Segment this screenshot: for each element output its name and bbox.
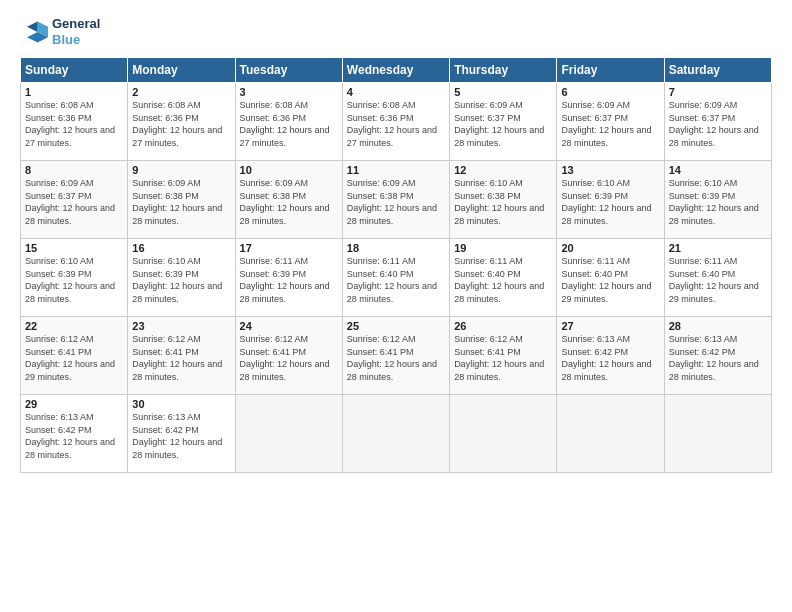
day-number: 7 [669, 86, 767, 98]
day-info: Sunrise: 6:11 AMSunset: 6:40 PMDaylight:… [454, 256, 544, 304]
calendar-cell: 11 Sunrise: 6:09 AMSunset: 6:38 PMDaylig… [342, 161, 449, 239]
day-info: Sunrise: 6:12 AMSunset: 6:41 PMDaylight:… [347, 334, 437, 382]
day-info: Sunrise: 6:13 AMSunset: 6:42 PMDaylight:… [25, 412, 115, 460]
calendar-cell: 10 Sunrise: 6:09 AMSunset: 6:38 PMDaylig… [235, 161, 342, 239]
day-number: 1 [25, 86, 123, 98]
calendar-cell: 2 Sunrise: 6:08 AMSunset: 6:36 PMDayligh… [128, 83, 235, 161]
day-info: Sunrise: 6:09 AMSunset: 6:38 PMDaylight:… [240, 178, 330, 226]
calendar-cell: 7 Sunrise: 6:09 AMSunset: 6:37 PMDayligh… [664, 83, 771, 161]
calendar-day-header: Thursday [450, 58, 557, 83]
calendar-day-header: Wednesday [342, 58, 449, 83]
day-number: 27 [561, 320, 659, 332]
header: General Blue [20, 16, 772, 47]
day-number: 5 [454, 86, 552, 98]
day-info: Sunrise: 6:09 AMSunset: 6:37 PMDaylight:… [561, 100, 651, 148]
day-number: 2 [132, 86, 230, 98]
calendar-cell: 8 Sunrise: 6:09 AMSunset: 6:37 PMDayligh… [21, 161, 128, 239]
day-number: 21 [669, 242, 767, 254]
calendar-cell: 23 Sunrise: 6:12 AMSunset: 6:41 PMDaylig… [128, 317, 235, 395]
day-number: 18 [347, 242, 445, 254]
calendar-day-header: Tuesday [235, 58, 342, 83]
calendar-cell: 18 Sunrise: 6:11 AMSunset: 6:40 PMDaylig… [342, 239, 449, 317]
calendar-cell: 5 Sunrise: 6:09 AMSunset: 6:37 PMDayligh… [450, 83, 557, 161]
day-number: 12 [454, 164, 552, 176]
calendar-cell: 21 Sunrise: 6:11 AMSunset: 6:40 PMDaylig… [664, 239, 771, 317]
calendar-day-header: Saturday [664, 58, 771, 83]
calendar-cell: 22 Sunrise: 6:12 AMSunset: 6:41 PMDaylig… [21, 317, 128, 395]
day-number: 28 [669, 320, 767, 332]
day-number: 6 [561, 86, 659, 98]
day-info: Sunrise: 6:10 AMSunset: 6:39 PMDaylight:… [561, 178, 651, 226]
calendar-cell: 4 Sunrise: 6:08 AMSunset: 6:36 PMDayligh… [342, 83, 449, 161]
day-number: 3 [240, 86, 338, 98]
calendar-cell: 29 Sunrise: 6:13 AMSunset: 6:42 PMDaylig… [21, 395, 128, 473]
day-info: Sunrise: 6:09 AMSunset: 6:38 PMDaylight:… [347, 178, 437, 226]
day-info: Sunrise: 6:08 AMSunset: 6:36 PMDaylight:… [132, 100, 222, 148]
calendar-cell: 30 Sunrise: 6:13 AMSunset: 6:42 PMDaylig… [128, 395, 235, 473]
calendar-day-header: Friday [557, 58, 664, 83]
day-info: Sunrise: 6:08 AMSunset: 6:36 PMDaylight:… [25, 100, 115, 148]
day-info: Sunrise: 6:12 AMSunset: 6:41 PMDaylight:… [25, 334, 115, 382]
day-info: Sunrise: 6:08 AMSunset: 6:36 PMDaylight:… [347, 100, 437, 148]
day-info: Sunrise: 6:11 AMSunset: 6:40 PMDaylight:… [561, 256, 651, 304]
calendar-cell: 14 Sunrise: 6:10 AMSunset: 6:39 PMDaylig… [664, 161, 771, 239]
calendar-week-row: 8 Sunrise: 6:09 AMSunset: 6:37 PMDayligh… [21, 161, 772, 239]
calendar-day-header: Sunday [21, 58, 128, 83]
day-number: 26 [454, 320, 552, 332]
day-number: 23 [132, 320, 230, 332]
calendar-header-row: SundayMondayTuesdayWednesdayThursdayFrid… [21, 58, 772, 83]
calendar-cell: 20 Sunrise: 6:11 AMSunset: 6:40 PMDaylig… [557, 239, 664, 317]
day-number: 30 [132, 398, 230, 410]
svg-marker-1 [27, 21, 38, 32]
day-number: 19 [454, 242, 552, 254]
day-number: 10 [240, 164, 338, 176]
day-info: Sunrise: 6:11 AMSunset: 6:40 PMDaylight:… [669, 256, 759, 304]
day-number: 4 [347, 86, 445, 98]
calendar: SundayMondayTuesdayWednesdayThursdayFrid… [20, 57, 772, 473]
calendar-cell: 17 Sunrise: 6:11 AMSunset: 6:39 PMDaylig… [235, 239, 342, 317]
calendar-cell: 9 Sunrise: 6:09 AMSunset: 6:38 PMDayligh… [128, 161, 235, 239]
calendar-week-row: 15 Sunrise: 6:10 AMSunset: 6:39 PMDaylig… [21, 239, 772, 317]
day-info: Sunrise: 6:10 AMSunset: 6:39 PMDaylight:… [25, 256, 115, 304]
day-number: 11 [347, 164, 445, 176]
calendar-week-row: 1 Sunrise: 6:08 AMSunset: 6:36 PMDayligh… [21, 83, 772, 161]
day-info: Sunrise: 6:09 AMSunset: 6:37 PMDaylight:… [669, 100, 759, 148]
day-number: 25 [347, 320, 445, 332]
calendar-cell: 19 Sunrise: 6:11 AMSunset: 6:40 PMDaylig… [450, 239, 557, 317]
calendar-cell: 24 Sunrise: 6:12 AMSunset: 6:41 PMDaylig… [235, 317, 342, 395]
calendar-cell [235, 395, 342, 473]
calendar-cell: 1 Sunrise: 6:08 AMSunset: 6:36 PMDayligh… [21, 83, 128, 161]
day-info: Sunrise: 6:13 AMSunset: 6:42 PMDaylight:… [561, 334, 651, 382]
day-info: Sunrise: 6:08 AMSunset: 6:36 PMDaylight:… [240, 100, 330, 148]
calendar-cell: 26 Sunrise: 6:12 AMSunset: 6:41 PMDaylig… [450, 317, 557, 395]
day-number: 17 [240, 242, 338, 254]
logo: General Blue [20, 16, 100, 47]
day-number: 13 [561, 164, 659, 176]
calendar-cell: 28 Sunrise: 6:13 AMSunset: 6:42 PMDaylig… [664, 317, 771, 395]
day-info: Sunrise: 6:12 AMSunset: 6:41 PMDaylight:… [132, 334, 222, 382]
calendar-cell: 27 Sunrise: 6:13 AMSunset: 6:42 PMDaylig… [557, 317, 664, 395]
day-info: Sunrise: 6:10 AMSunset: 6:39 PMDaylight:… [669, 178, 759, 226]
day-info: Sunrise: 6:09 AMSunset: 6:37 PMDaylight:… [25, 178, 115, 226]
logo-icon [20, 18, 48, 46]
day-info: Sunrise: 6:11 AMSunset: 6:39 PMDaylight:… [240, 256, 330, 304]
calendar-cell [450, 395, 557, 473]
day-number: 14 [669, 164, 767, 176]
page: General Blue SundayMondayTuesdayWednesda… [0, 0, 792, 612]
calendar-cell: 13 Sunrise: 6:10 AMSunset: 6:39 PMDaylig… [557, 161, 664, 239]
calendar-cell: 16 Sunrise: 6:10 AMSunset: 6:39 PMDaylig… [128, 239, 235, 317]
logo-text: General Blue [52, 16, 100, 47]
day-info: Sunrise: 6:13 AMSunset: 6:42 PMDaylight:… [669, 334, 759, 382]
day-number: 20 [561, 242, 659, 254]
day-number: 29 [25, 398, 123, 410]
day-info: Sunrise: 6:12 AMSunset: 6:41 PMDaylight:… [240, 334, 330, 382]
day-number: 24 [240, 320, 338, 332]
day-info: Sunrise: 6:13 AMSunset: 6:42 PMDaylight:… [132, 412, 222, 460]
day-info: Sunrise: 6:09 AMSunset: 6:38 PMDaylight:… [132, 178, 222, 226]
day-info: Sunrise: 6:10 AMSunset: 6:39 PMDaylight:… [132, 256, 222, 304]
day-number: 22 [25, 320, 123, 332]
calendar-cell: 12 Sunrise: 6:10 AMSunset: 6:38 PMDaylig… [450, 161, 557, 239]
calendar-cell [342, 395, 449, 473]
day-info: Sunrise: 6:10 AMSunset: 6:38 PMDaylight:… [454, 178, 544, 226]
calendar-cell [557, 395, 664, 473]
